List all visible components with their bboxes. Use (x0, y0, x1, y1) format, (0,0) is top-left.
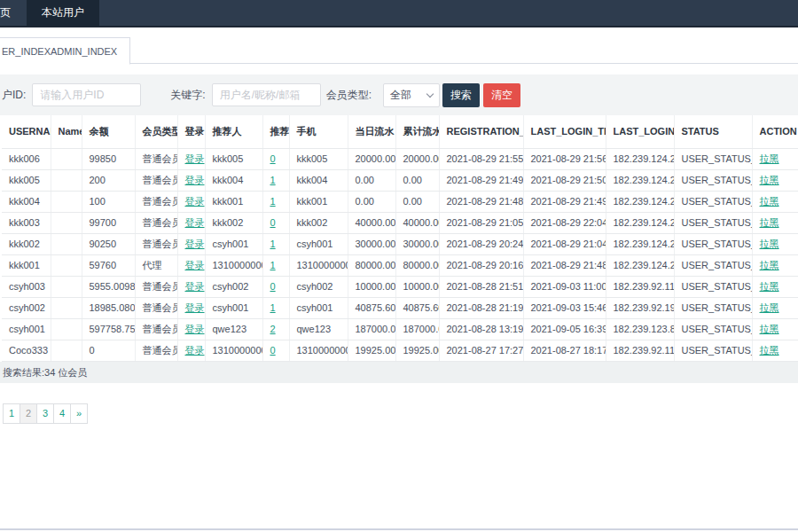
column-header: LAST_LOGIN_IP (606, 115, 674, 148)
cell-username: csyh001 (2, 318, 51, 340)
blacklist-action-link[interactable]: 拉黑 (760, 281, 779, 292)
cell-last-login-ip: 182.239.123.87 (606, 318, 674, 340)
cell-phone: kkk001 (289, 191, 348, 212)
referral-count-link[interactable]: 0 (270, 153, 276, 164)
cell-member-type: 代理 (135, 254, 177, 276)
pagination-next-button[interactable]: » (70, 403, 88, 424)
cell-balance: 59760 (82, 254, 135, 276)
cell-last-login-time: 2021-09-03 11:00:29 (523, 276, 606, 297)
cell-status: USER_STATUS_ACTIVATED (674, 191, 752, 212)
cell-name (51, 297, 82, 318)
tab-user-index[interactable]: ER_INDEXADMIN_INDEX (0, 37, 130, 65)
referral-count-link[interactable]: 1 (270, 260, 276, 270)
table-row: kkk00699850普通会员登录kkk0050kkk00520000.0020… (2, 148, 798, 169)
referral-count-link[interactable]: 0 (270, 281, 276, 292)
cell-name (51, 254, 82, 276)
login-link[interactable]: 登录 (185, 175, 205, 185)
cell-referrer: 13100000000 (205, 340, 262, 361)
referral-count-link[interactable]: 1 (270, 196, 276, 207)
referral-count-link[interactable]: 1 (270, 302, 276, 313)
cell-referral-count-link: 0 (262, 148, 289, 169)
cell-member-type: 普通会员 (135, 191, 177, 212)
cell-daily-flow: 0.00 (348, 191, 395, 212)
blacklist-action-link[interactable]: 拉黑 (760, 345, 779, 356)
login-link[interactable]: 登录 (185, 345, 205, 356)
topbar-tab-site-users[interactable]: 本站用户 (27, 0, 99, 26)
pagination-page-3[interactable]: 3 (36, 403, 54, 424)
login-link[interactable]: 登录 (185, 324, 205, 334)
cell-phone: csyh001 (289, 233, 348, 254)
table-row: csyh0035955.0098普通会员登录csyh0020csyh002100… (2, 276, 798, 297)
pagination-page-1[interactable]: 1 (3, 403, 20, 424)
cell-referral-count-link: 0 (262, 276, 289, 297)
blacklist-action-link[interactable]: 拉黑 (760, 260, 779, 270)
member-type-selected-value: 全部 (390, 88, 411, 103)
referral-count-link[interactable]: 2 (270, 324, 276, 334)
blacklist-action-link[interactable]: 拉黑 (760, 239, 779, 249)
table-row: kkk005200普通会员登录kkk0041kkk0040.000.002021… (2, 169, 798, 191)
cell-username: kkk004 (2, 191, 51, 212)
cell-total-flow: 10000.00 (395, 276, 439, 297)
cell-status: USER_STATUS_ACTIVATED (674, 276, 752, 297)
login-link[interactable]: 登录 (185, 217, 205, 228)
referral-count-link[interactable]: 1 (270, 239, 276, 249)
login-link[interactable]: 登录 (185, 153, 205, 164)
cell-referral-count-link: 1 (262, 169, 289, 191)
referral-count-link[interactable]: 0 (270, 217, 276, 228)
cell-name (51, 169, 82, 191)
column-header: LAST_LOGIN_TIME (523, 115, 606, 148)
blacklist-action-link[interactable]: 拉黑 (760, 217, 779, 228)
login-link[interactable]: 登录 (185, 281, 205, 292)
user-id-input[interactable] (32, 83, 141, 106)
referral-count-link[interactable]: 0 (270, 345, 276, 356)
blacklist-action-link[interactable]: 拉黑 (760, 302, 779, 313)
cell-username: kkk002 (2, 233, 51, 254)
blacklist-action-link[interactable]: 拉黑 (760, 196, 779, 207)
login-link[interactable]: 登录 (185, 260, 205, 270)
cell-status: USER_STATUS_ACTIVATED (674, 233, 752, 254)
cell-member-type: 普通会员 (135, 148, 177, 169)
cell-username: kkk003 (2, 212, 51, 233)
cell-referral-count-link: 1 (262, 297, 289, 318)
pagination-page-2[interactable]: 2 (20, 403, 37, 424)
cell-phone: kkk002 (289, 212, 348, 233)
table-row: Coco3330普通会员登录13100000000013100000000199… (2, 340, 798, 361)
cell-registration-time: 2021-08-29 21:49:55 (439, 169, 523, 191)
cell-status: USER_STATUS_ACTIVATED (674, 318, 752, 340)
cell-last-login-time: 2021-08-29 21:56:02 (523, 148, 606, 169)
referral-count-link[interactable]: 1 (270, 175, 276, 185)
blacklist-action-link[interactable]: 拉黑 (760, 175, 779, 185)
user-table-body: kkk00699850普通会员登录kkk0050kkk00520000.0020… (2, 148, 798, 361)
pagination-page-4[interactable]: 4 (53, 403, 71, 424)
cell-login-link: 登录 (177, 169, 205, 191)
cell-phone: kkk005 (289, 148, 348, 169)
login-link[interactable]: 登录 (185, 196, 205, 207)
clear-button[interactable]: 清空 (483, 83, 520, 107)
cell-name (51, 212, 82, 233)
cell-daily-flow: 20000.00 (348, 148, 395, 169)
cell-last-login-time: 2021-08-29 21:50:08 (523, 169, 606, 191)
blacklist-action-link[interactable]: 拉黑 (760, 153, 779, 164)
keyword-input[interactable] (212, 83, 321, 106)
search-button[interactable]: 搜索 (442, 83, 480, 107)
column-header: 累计流水 (395, 115, 439, 148)
cell-name (51, 148, 82, 169)
blacklist-action-link[interactable]: 拉黑 (760, 324, 779, 334)
column-header: Name (51, 115, 82, 148)
cell-registration-time: 2021-08-27 17:27:32 (439, 340, 523, 361)
topbar-tab-home[interactable]: 页 (0, 0, 27, 26)
filter-toolbar: 户ID: 关键字: 会员类型: 全部 搜索 清空 (0, 74, 798, 115)
cell-login-link: 登录 (177, 297, 205, 318)
cell-username: kkk005 (2, 169, 51, 191)
cell-balance: 18985.0801 (82, 297, 135, 318)
login-link[interactable]: 登录 (185, 239, 205, 249)
login-link[interactable]: 登录 (185, 302, 205, 313)
cell-referrer: kkk001 (205, 191, 262, 212)
cell-blacklist-action-link: 拉黑 (752, 276, 798, 297)
cell-blacklist-action-link: 拉黑 (752, 233, 798, 254)
column-header: 登录 (177, 115, 205, 148)
top-navigation-bar: 页 本站用户 (0, 0, 798, 27)
cell-referrer: qwe123 (205, 318, 262, 340)
member-type-select[interactable]: 全部 (383, 83, 440, 107)
cell-login-link: 登录 (177, 191, 205, 212)
